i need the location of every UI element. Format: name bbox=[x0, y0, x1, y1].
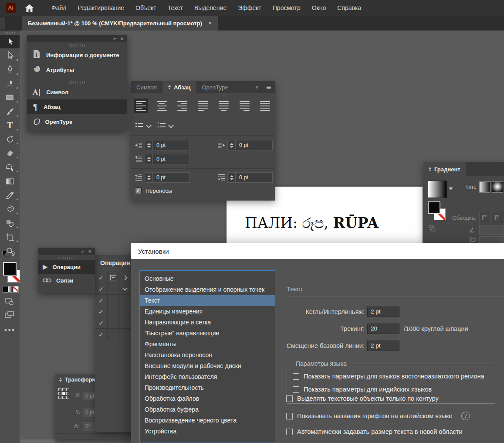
panel-grip[interactable] bbox=[58, 257, 75, 259]
bulleted-list-icon[interactable] bbox=[135, 122, 144, 130]
artboard-tool-icon[interactable] bbox=[0, 230, 20, 244]
size-leading-input[interactable]: 2 pt bbox=[367, 307, 399, 317]
toggle-item-check[interactable]: ✓ bbox=[98, 320, 104, 327]
curvature-tool-icon[interactable] bbox=[0, 77, 20, 90]
radial-gradient-icon[interactable] bbox=[492, 181, 503, 193]
panel-item-document-info[interactable]: Информация о документе bbox=[27, 48, 127, 62]
pref-category-clipboard[interactable]: Обработка буфера bbox=[140, 404, 275, 415]
close-panel-icon[interactable]: × bbox=[120, 36, 124, 41]
pref-category-units[interactable]: Единицы измерения bbox=[140, 306, 275, 317]
reference-point-locator[interactable] bbox=[58, 388, 69, 399]
eyedropper-tool-icon[interactable] bbox=[0, 188, 20, 202]
default-fill-stroke-icon[interactable] bbox=[3, 251, 9, 257]
left-indent-input[interactable]: 0 pt bbox=[152, 140, 190, 150]
collapse-panel-icon[interactable]: » bbox=[81, 249, 84, 254]
menu-object[interactable]: Объект bbox=[130, 0, 162, 16]
panel-grip[interactable] bbox=[69, 81, 85, 84]
pref-category-type[interactable]: Текст bbox=[140, 295, 275, 306]
menu-file[interactable]: Файл bbox=[46, 0, 72, 16]
edit-toolbar-icon[interactable]: ●●● bbox=[0, 327, 20, 332]
rectangle-tool-icon[interactable] bbox=[0, 91, 20, 104]
toolbar-grip[interactable] bbox=[5, 32, 15, 34]
tab-paragraph[interactable]: Абзац bbox=[162, 81, 196, 93]
menu-window[interactable]: Окно bbox=[306, 0, 332, 16]
pref-category-plugins-scratch[interactable]: Внешние модули и рабочие диски bbox=[140, 361, 275, 371]
paintbrush-tool-icon[interactable] bbox=[0, 105, 20, 118]
eraser-tool-icon[interactable] bbox=[0, 147, 20, 160]
pref-category-devices[interactable]: Устройства bbox=[140, 426, 275, 437]
screen-mode-icon[interactable] bbox=[4, 310, 15, 321]
first-line-indent-input[interactable]: 0 pt bbox=[152, 154, 190, 164]
english-font-names-checkbox[interactable] bbox=[286, 413, 293, 419]
select-by-path-checkbox[interactable] bbox=[286, 395, 293, 402]
toggle-item-check[interactable]: ✓ bbox=[98, 308, 104, 315]
tracking-input[interactable]: 20 bbox=[367, 324, 399, 334]
draw-mode-icon[interactable] bbox=[5, 297, 14, 308]
justify-last-left-button[interactable] bbox=[196, 99, 210, 113]
panel-item-attributes[interactable]: Атрибуты bbox=[27, 62, 127, 77]
auto-size-text-checkbox[interactable] bbox=[286, 429, 293, 435]
menu-view[interactable]: Просмотр bbox=[267, 0, 306, 16]
panel-item-links[interactable]: Связи bbox=[38, 274, 95, 287]
stepper-control[interactable] bbox=[145, 154, 152, 164]
pref-category-hyphenation[interactable]: Расстановка переносов bbox=[140, 350, 275, 361]
document-tab[interactable]: Безымянный-1* @ 100 % (CMYK/Предваритель… bbox=[22, 16, 218, 31]
tab-character[interactable]: Символ bbox=[131, 81, 162, 93]
selection-tool-icon[interactable] bbox=[0, 35, 20, 48]
action-set-row[interactable]: ✓ bbox=[95, 272, 131, 283]
collapse-panel-icon[interactable]: » bbox=[113, 36, 116, 41]
direct-selection-tool-icon[interactable] bbox=[0, 49, 20, 62]
type-tool-icon[interactable]: T bbox=[0, 119, 20, 132]
toggle-item-check[interactable]: ✓ bbox=[98, 274, 104, 281]
fill-color-swatch[interactable] bbox=[3, 262, 17, 276]
right-indent-input[interactable]: 0 pt bbox=[235, 140, 273, 150]
collapse-action-icon[interactable] bbox=[122, 286, 127, 290]
panel-item-opentype[interactable]: O OpenType bbox=[27, 114, 127, 129]
chevron-down-icon[interactable] bbox=[168, 123, 174, 128]
close-panel-icon[interactable]: × bbox=[88, 249, 91, 254]
close-tab-icon[interactable]: × bbox=[208, 20, 212, 27]
linear-gradient-icon[interactable] bbox=[479, 181, 490, 193]
panel-item-character[interactable]: A| Символ bbox=[27, 85, 127, 99]
pref-category-general[interactable]: Основные bbox=[140, 273, 275, 284]
dialog-titlebar[interactable]: Установки bbox=[131, 243, 504, 259]
menu-help[interactable]: Справка bbox=[331, 0, 367, 16]
justify-all-button[interactable] bbox=[258, 99, 272, 113]
action-row[interactable]: ✓ bbox=[95, 295, 131, 306]
tab-gradient[interactable]: Градиент bbox=[423, 162, 466, 176]
space-after-input[interactable]: 0 pt bbox=[235, 172, 273, 183]
stepper-control[interactable] bbox=[227, 140, 235, 150]
pref-category-user-interface[interactable]: Интерфейс пользователя bbox=[140, 371, 275, 382]
action-row[interactable]: ✓ bbox=[95, 283, 131, 295]
gradient-swatch[interactable] bbox=[428, 181, 447, 198]
space-before-input[interactable]: 0 pt bbox=[152, 172, 190, 183]
action-row[interactable]: ✓ bbox=[95, 329, 131, 340]
tab-opentype[interactable]: OpenType bbox=[196, 81, 233, 93]
menu-select[interactable]: Выделение bbox=[189, 0, 232, 16]
gradient-dropdown-icon[interactable] bbox=[449, 187, 453, 190]
pref-category-black-appearance[interactable]: Воспроизведение черного цвета bbox=[140, 415, 275, 426]
pref-category-file-handling[interactable]: Обработка файлов bbox=[140, 393, 275, 404]
collapse-to-icons-icon[interactable]: « bbox=[255, 84, 258, 90]
justify-last-center-button[interactable] bbox=[216, 99, 231, 113]
horizontal-scrollbar[interactable] bbox=[20, 440, 55, 443]
align-center-button[interactable] bbox=[155, 99, 169, 113]
indic-checkbox[interactable] bbox=[293, 386, 299, 393]
expand-set-icon[interactable] bbox=[122, 275, 127, 280]
align-right-button[interactable] bbox=[175, 99, 189, 113]
menu-effect[interactable]: Эффект bbox=[232, 0, 267, 16]
menu-type[interactable]: Текст bbox=[162, 0, 189, 16]
numbered-list-icon[interactable]: 12 bbox=[157, 122, 166, 130]
action-row[interactable]: ✓ bbox=[95, 317, 131, 329]
justify-last-right-button[interactable] bbox=[237, 99, 252, 113]
home-icon[interactable] bbox=[24, 2, 35, 14]
gradient-fill-swatch[interactable] bbox=[428, 201, 440, 214]
panel-item-actions[interactable]: ▶ Операции bbox=[38, 260, 95, 274]
panel-grip[interactable] bbox=[69, 44, 85, 47]
pref-category-slices[interactable]: Фрагменты bbox=[140, 339, 275, 350]
info-icon[interactable]: i bbox=[461, 412, 470, 420]
color-gradient-icon[interactable] bbox=[8, 286, 14, 293]
reverse-gradient-icon[interactable] bbox=[429, 225, 436, 233]
pref-category-selection-display[interactable]: Отображение выделения и опорных точек bbox=[140, 284, 275, 295]
stepper-control[interactable] bbox=[227, 172, 235, 183]
